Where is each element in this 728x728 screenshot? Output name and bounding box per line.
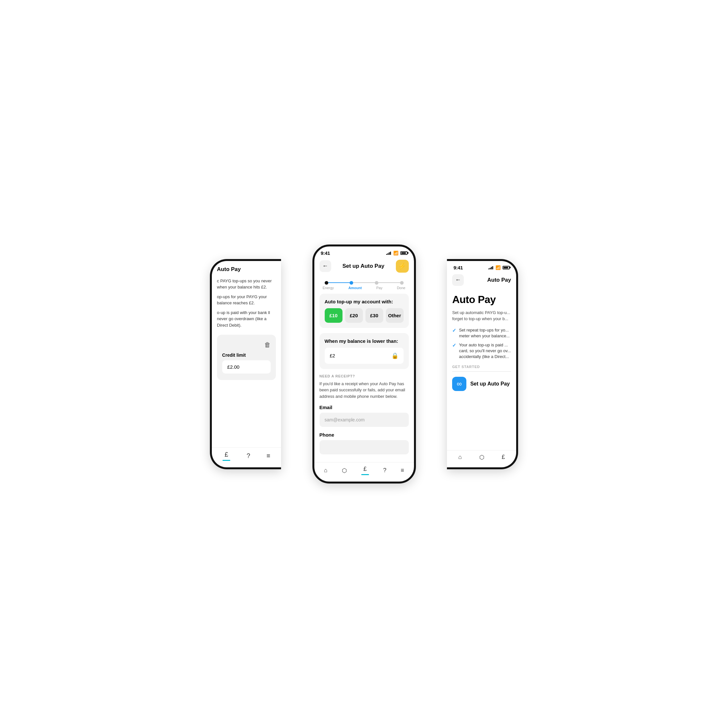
right-status-time: 9:41 bbox=[453, 265, 463, 271]
step-line-2 bbox=[353, 282, 375, 283]
receipt-section-title: NEED A RECEIPT? bbox=[320, 374, 409, 378]
right-nav-home[interactable]: ⌂ bbox=[458, 454, 462, 460]
left-bottom-nav: £ ? ≡ bbox=[212, 447, 281, 467]
trash-icon[interactable]: 🗑 bbox=[264, 341, 271, 349]
battery-icon bbox=[401, 251, 407, 255]
amount-btn-10[interactable]: £10 bbox=[325, 308, 343, 323]
amount-grid: £10 £20 £30 Other bbox=[325, 308, 404, 323]
auto-pay-heading: Auto Pay bbox=[452, 294, 511, 306]
right-status-icons: 📶 bbox=[488, 265, 510, 270]
check-item-2: ✓ Your auto top-up is paid ... card, so … bbox=[452, 342, 511, 360]
step-dot-pay bbox=[375, 281, 378, 284]
lock-icon: 🔒 bbox=[392, 352, 398, 359]
left-desc-1: c PAYG top-ups so you never when your ba… bbox=[217, 278, 276, 291]
balance-value: £2 bbox=[330, 353, 335, 358]
left-phone: Auto Pay c PAYG top-ups so you never whe… bbox=[210, 259, 281, 469]
nav-help[interactable]: ? bbox=[246, 452, 250, 460]
back-button[interactable]: ← bbox=[320, 260, 331, 272]
right-page-title: Auto Pay bbox=[487, 277, 511, 283]
status-time: 9:41 bbox=[321, 250, 330, 256]
amount-btn-20[interactable]: £20 bbox=[345, 308, 363, 323]
amount-card: Auto top-up my account with: £10 £20 £30… bbox=[320, 294, 409, 328]
step-line-1 bbox=[328, 282, 350, 283]
status-icons: 📶 bbox=[386, 251, 407, 255]
stepper: Energy Amount Pay Done bbox=[314, 275, 414, 294]
nav-payments-center[interactable]: £ bbox=[361, 466, 369, 475]
balance-card-title: When my balance is lower than: bbox=[325, 338, 404, 344]
left-phone-title: Auto Pay bbox=[217, 266, 276, 273]
nav-menu-center[interactable]: ≡ bbox=[401, 467, 404, 474]
wifi-icon: 📶 bbox=[393, 251, 398, 255]
get-started-label: GET STARTED bbox=[452, 365, 511, 369]
email-placeholder: sam@example.com bbox=[325, 417, 365, 422]
check-text-2: Your auto top-up is paid ... card, so yo… bbox=[459, 342, 511, 360]
step-dot-done bbox=[400, 281, 404, 284]
receipt-section: NEED A RECEIPT? If you'd like a receipt … bbox=[320, 374, 409, 462]
right-nav-header: ← Auto Pay bbox=[447, 272, 516, 289]
credit-limit-value: £2.00 bbox=[222, 360, 271, 373]
right-status-bar: 9:41 📶 bbox=[447, 261, 516, 272]
right-phone: 9:41 📶 ← Auto Pay bbox=[447, 259, 518, 469]
setup-btn-label: Set up Auto Pay bbox=[470, 381, 510, 387]
infinity-icon: ∞ bbox=[457, 380, 462, 388]
step-label-energy: Energy bbox=[323, 286, 334, 290]
amount-btn-30[interactable]: £30 bbox=[366, 308, 383, 323]
email-input[interactable]: sam@example.com bbox=[320, 413, 409, 427]
credit-limit-label: Credit limit bbox=[222, 353, 271, 358]
nav-network[interactable]: ⬡ bbox=[342, 467, 347, 474]
lightning-button[interactable]: ⚡ bbox=[396, 260, 409, 273]
right-battery-icon bbox=[503, 266, 510, 269]
nav-menu[interactable]: ≡ bbox=[266, 452, 271, 460]
divider bbox=[452, 371, 511, 372]
left-desc-3: o-up is paid with your bank ll never go … bbox=[217, 309, 276, 329]
setup-autopay-button[interactable]: ∞ Set up Auto Pay bbox=[452, 377, 511, 391]
step-dot-energy bbox=[325, 281, 328, 284]
credit-card: 🗑 Credit limit £2.00 bbox=[217, 335, 276, 380]
page-title: Set up Auto Pay bbox=[343, 263, 385, 269]
nav-home[interactable]: ⌂ bbox=[324, 467, 327, 474]
phone-input[interactable] bbox=[320, 440, 409, 454]
step-dot-amount bbox=[350, 281, 353, 284]
right-main-content: Auto Pay Set up automatic PAYG top-u... … bbox=[447, 289, 516, 396]
right-signal-icon bbox=[488, 266, 493, 269]
nav-header: ← Set up Auto Pay ⚡ bbox=[314, 257, 414, 275]
step-label-pay: Pay bbox=[376, 286, 382, 290]
right-back-button[interactable]: ← bbox=[452, 274, 464, 286]
right-nav-payments[interactable]: £ bbox=[502, 454, 505, 460]
signal-icon bbox=[386, 251, 391, 255]
check-text-1: Set repeat top-ups for yo... meter when … bbox=[459, 327, 511, 339]
balance-input[interactable]: £2 🔒 bbox=[325, 348, 404, 364]
setup-icon: ∞ bbox=[452, 377, 466, 391]
nav-help-center[interactable]: ? bbox=[383, 467, 387, 474]
right-wifi-icon: 📶 bbox=[496, 265, 501, 270]
auto-pay-desc: Set up automatic PAYG top-u... forget to… bbox=[452, 309, 511, 322]
step-label-amount: Amount bbox=[348, 286, 362, 290]
center-bottom-nav: ⌂ ⬡ £ ? ≡ bbox=[314, 462, 414, 482]
check-icon-1: ✓ bbox=[452, 327, 456, 333]
check-icon-2: ✓ bbox=[452, 343, 456, 348]
right-bottom-nav: ⌂ ⬡ £ bbox=[447, 450, 516, 467]
receipt-desc: If you'd like a receipt when your Auto P… bbox=[320, 381, 409, 400]
email-label: Email bbox=[320, 405, 409, 410]
main-content: Auto top-up my account with: £10 £20 £30… bbox=[314, 294, 414, 462]
lightning-icon: ⚡ bbox=[398, 262, 406, 270]
nav-payments[interactable]: £ bbox=[223, 451, 230, 461]
check-item-1: ✓ Set repeat top-ups for yo... meter whe… bbox=[452, 327, 511, 339]
center-phone: 9:41 📶 ← Set up Auto Pay ⚡ bbox=[312, 245, 416, 484]
status-bar: 9:41 📶 bbox=[314, 246, 414, 257]
step-line-3 bbox=[378, 282, 400, 283]
right-nav-network[interactable]: ⬡ bbox=[479, 454, 485, 461]
amount-btn-other[interactable]: Other bbox=[386, 308, 404, 323]
phone-label: Phone bbox=[320, 432, 409, 437]
amount-card-title: Auto top-up my account with: bbox=[325, 299, 404, 304]
left-desc-2: op-ups for your PAYG your balance reache… bbox=[217, 294, 276, 306]
balance-card: When my balance is lower than: £2 🔒 bbox=[320, 333, 409, 369]
step-label-done: Done bbox=[397, 286, 405, 290]
